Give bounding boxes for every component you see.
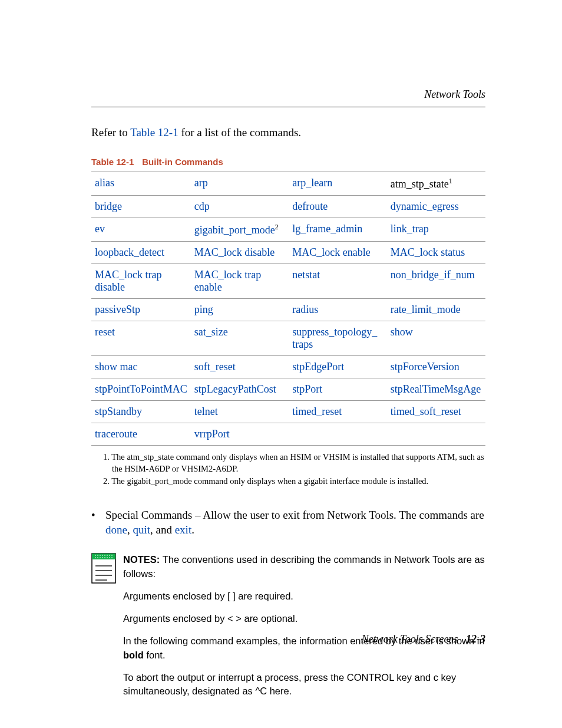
- page: Network Tools Refer to Table 12-1 for a …: [0, 0, 562, 728]
- command-link[interactable]: gigabit_port_mode: [194, 224, 275, 236]
- table-cell: show: [387, 321, 485, 356]
- command-link[interactable]: passiveStp: [95, 304, 140, 315]
- command-link[interactable]: non_bridge_if_num: [391, 269, 475, 281]
- command-link[interactable]: soft_reset: [194, 361, 236, 373]
- command-link[interactable]: radius: [292, 304, 318, 315]
- notes-text: NOTES: The conventions used in describin…: [123, 553, 485, 707]
- bullet-text: Special Commands – Allow the user to exi…: [105, 508, 485, 538]
- table-cell: reset: [91, 321, 191, 356]
- command-link[interactable]: MAC_lock status: [391, 246, 465, 258]
- command-link[interactable]: loopback_detect: [95, 246, 164, 258]
- command-link[interactable]: show: [391, 326, 413, 338]
- table-cell: stpRealTimeMsgAge: [387, 378, 485, 401]
- command-link[interactable]: sat_size: [194, 326, 228, 338]
- command-link[interactable]: traceroute: [95, 428, 137, 440]
- command-link[interactable]: stpPointToPointMAC: [95, 383, 187, 395]
- notes-icon: [91, 553, 123, 707]
- running-header: Network Tools: [91, 88, 485, 101]
- command-link[interactable]: ev: [95, 223, 105, 235]
- command-link[interactable]: telnet: [194, 406, 218, 417]
- command-link[interactable]: timed_soft_reset: [391, 406, 461, 417]
- table-cell: MAC_lock trap disable: [91, 264, 191, 299]
- command-link[interactable]: defroute: [292, 200, 328, 212]
- page-footer: Network Tools Screens 12-3: [362, 633, 485, 645]
- command-link[interactable]: stpForceVersion: [391, 361, 459, 373]
- table-cell: [387, 423, 485, 446]
- notes-label: NOTES:: [123, 554, 160, 565]
- table-cell: sat_size: [191, 321, 289, 356]
- table-cell: timed_soft_reset: [387, 401, 485, 423]
- table-cell: ev: [91, 218, 191, 242]
- command-link[interactable]: MAC_lock enable: [292, 246, 370, 258]
- footnote-1: 1. The atm_stp_state command only displa…: [103, 452, 485, 475]
- table-cell: timed_reset: [289, 401, 387, 423]
- table-cell: gigabit_port_mode2: [191, 218, 289, 242]
- command-link[interactable]: alias: [95, 177, 114, 189]
- table-cell: atm_stp_state1: [387, 172, 485, 196]
- command-link[interactable]: suppress_topology_ traps: [292, 326, 377, 350]
- command-link[interactable]: ping: [194, 304, 213, 315]
- command-link[interactable]: show mac: [95, 361, 137, 373]
- header-rule: [91, 107, 485, 107]
- table-cell: link_trap: [387, 218, 485, 242]
- link-quit[interactable]: quit: [133, 523, 150, 536]
- table-cell: radius: [289, 299, 387, 321]
- command-link[interactable]: MAC_lock trap enable: [194, 269, 261, 293]
- command-link[interactable]: dynamic_egress: [391, 200, 459, 212]
- table-cell: MAC_lock trap enable: [191, 264, 289, 299]
- table-title: Built-in Commands: [142, 157, 223, 167]
- table-cell: [289, 423, 387, 446]
- command-link[interactable]: rate_limit_mode: [391, 304, 461, 315]
- command-text: atm_stp_state: [391, 178, 449, 190]
- intro-paragraph: Refer to Table 12-1 for a list of the co…: [91, 126, 485, 139]
- notes-p3: Arguments enclosed by < > are optional.: [123, 612, 485, 626]
- command-link[interactable]: stpEdgePort: [292, 361, 344, 373]
- table-cell: stpPort: [289, 378, 387, 401]
- command-link[interactable]: stpPort: [292, 383, 322, 395]
- command-link[interactable]: link_trap: [391, 223, 429, 235]
- command-link[interactable]: stpStandby: [95, 406, 142, 417]
- table-cell: MAC_lock status: [387, 242, 485, 264]
- table-cell: stpStandby: [91, 401, 191, 423]
- table-cell: bridge: [91, 196, 191, 218]
- table-footnotes: 1. The atm_stp_state command only displa…: [91, 452, 485, 487]
- footer-page: 12-3: [466, 633, 485, 645]
- table-cell: netstat: [289, 264, 387, 299]
- table-number: Table 12-1: [91, 157, 134, 167]
- table-ref-link[interactable]: Table 12-1: [130, 126, 178, 139]
- command-link[interactable]: vrrpPort: [194, 428, 230, 440]
- command-link[interactable]: MAC_lock trap disable: [95, 269, 161, 293]
- table-row: bridgecdpdefroutedynamic_egress: [91, 196, 485, 218]
- table-cell: MAC_lock disable: [191, 242, 289, 264]
- table-row: evgigabit_port_mode2lg_frame_adminlink_t…: [91, 218, 485, 242]
- command-link[interactable]: timed_reset: [292, 406, 342, 417]
- command-link[interactable]: arp: [194, 177, 208, 189]
- table-caption: Table 12-1Built-in Commands: [91, 157, 485, 167]
- table-cell: stpForceVersion: [387, 356, 485, 378]
- table-cell: dynamic_egress: [387, 196, 485, 218]
- command-link[interactable]: stpRealTimeMsgAge: [391, 383, 481, 395]
- commands-table: aliasarparp_learnatm_stp_state1bridgecdp…: [91, 172, 485, 446]
- table-row: aliasarparp_learnatm_stp_state1: [91, 172, 485, 196]
- table-row: passiveStppingradiusrate_limit_mode: [91, 299, 485, 321]
- table-cell: defroute: [289, 196, 387, 218]
- table-cell: stpEdgePort: [289, 356, 387, 378]
- link-done[interactable]: done: [105, 523, 127, 536]
- table-cell: arp: [191, 172, 289, 196]
- table-row: loopback_detectMAC_lock disableMAC_lock …: [91, 242, 485, 264]
- notes-block: NOTES: The conventions used in describin…: [91, 553, 485, 707]
- command-link[interactable]: netstat: [292, 269, 320, 281]
- command-link[interactable]: reset: [95, 326, 115, 338]
- command-link[interactable]: lg_frame_admin: [292, 223, 362, 235]
- footnote-2: 2. The gigabit_port_mode command only di…: [103, 476, 485, 487]
- command-link[interactable]: stpLegacyPathCost: [194, 383, 276, 395]
- command-link[interactable]: arp_learn: [292, 177, 332, 189]
- command-link[interactable]: cdp: [194, 200, 210, 212]
- intro-post: for a list of the commands.: [178, 126, 301, 139]
- command-link[interactable]: MAC_lock disable: [194, 246, 275, 258]
- command-link[interactable]: bridge: [95, 200, 122, 212]
- table-cell: passiveStp: [91, 299, 191, 321]
- special-commands-bullet: • Special Commands – Allow the user to e…: [91, 508, 485, 538]
- link-exit[interactable]: exit: [175, 523, 192, 536]
- table-cell: cdp: [191, 196, 289, 218]
